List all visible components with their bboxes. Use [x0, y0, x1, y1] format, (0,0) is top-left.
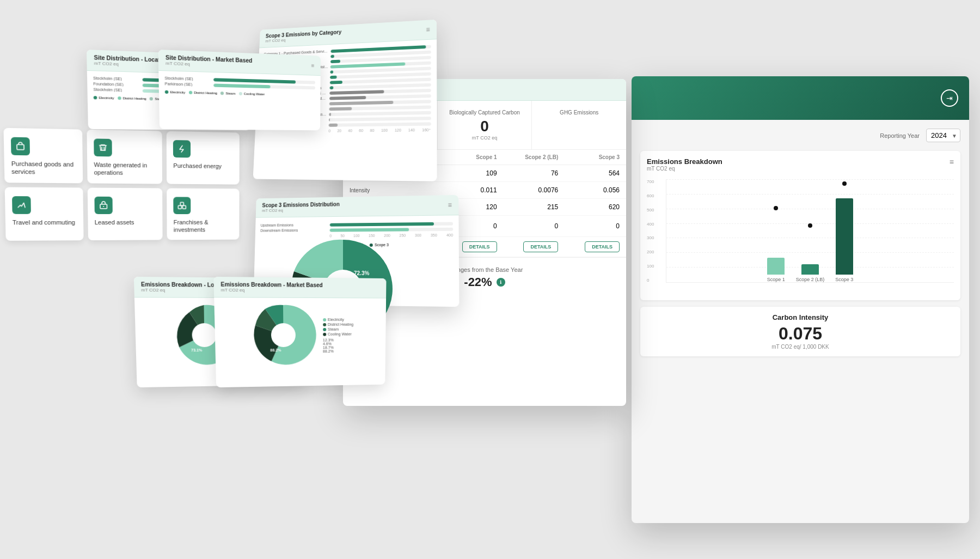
scope2-intensity: 0.0076 — [504, 182, 565, 199]
cat-icon-energy — [173, 140, 191, 157]
mkt-elec-label: Electricity — [170, 90, 186, 94]
details-btn-scope1[interactable]: DETAILS — [462, 241, 497, 252]
scope1-dot — [774, 206, 778, 210]
downstream-track — [330, 227, 454, 232]
chart-menu-icon[interactable]: ≡ — [950, 157, 954, 166]
biocapture-unit: mT CO2 eq — [446, 135, 523, 141]
scope2-dot — [808, 223, 812, 228]
svg-rect-3 — [179, 205, 182, 209]
cat-bar-track — [329, 111, 431, 116]
carbon-intensity-title: Carbon Intensity — [647, 313, 954, 321]
cat-bar-track — [329, 122, 431, 126]
ghg-label: GHG Emissions — [541, 110, 617, 116]
logout-button[interactable]: ⇥ — [941, 89, 958, 107]
legend-electricity: Electricity — [94, 96, 114, 100]
mkt-legend-elec: Electricity — [165, 90, 185, 94]
mkt-elec-dot2 — [323, 318, 326, 321]
pie-panel-market: Emissions Breakdown - Market Based mT CO… — [213, 277, 386, 387]
details-btn-scope3[interactable]: DETAILS — [585, 241, 620, 252]
col-scope3: Scope 3 — [565, 150, 626, 165]
scope3-dist-header: Scope 3 Emissions Distribution mT CO2 eq… — [256, 195, 459, 218]
y-label-300: 300 — [647, 235, 654, 240]
mkt-legend-district: District Heating — [189, 91, 217, 95]
mkt-district-label: District Heating — [194, 91, 217, 95]
cat-bar-fill — [329, 96, 366, 100]
col-scope2: Scope 2 (LB) — [504, 150, 565, 165]
scene: ⇥ Reporting Year 2024 2023 2022 ▼ — [0, 0, 980, 559]
cat-bar-fill — [330, 80, 342, 84]
y-label-400: 400 — [647, 222, 654, 227]
cat-card-waste[interactable]: Waste generated in operations — [87, 130, 162, 184]
dist-x-400: 400 — [446, 233, 453, 237]
x-axis-40: 40 — [348, 129, 352, 133]
cat-card-travel[interactable]: Travel and commuting — [5, 187, 84, 241]
upstream-row: Upstream Emissions — [261, 222, 454, 227]
legend-district: District Heating — [118, 96, 146, 100]
emissions-breakdown-subtitle: mT CO2 eq — [647, 166, 722, 172]
mkt-bar-fill-2 — [213, 83, 271, 88]
cat-label-leased: Leased assets — [95, 218, 156, 226]
pie-mkt-subtitle: mT CO2 eq — [221, 288, 323, 293]
cat-bar-fill — [329, 107, 352, 111]
details-btn-scope2-cell: DETAILS — [504, 237, 565, 257]
cat-icon-waste — [94, 138, 112, 156]
site-bar-label-3: Stockholm (SE) — [93, 87, 140, 92]
y-label-700: 700 — [647, 179, 654, 184]
cat-bar-track — [329, 94, 431, 100]
carbon-intensity-value: 0.075 — [647, 324, 954, 344]
y-label-0: 0 — [647, 278, 654, 283]
steam-dot — [150, 97, 153, 100]
dashboard-body: Reporting Year 2024 2023 2022 ▼ Emission… — [632, 120, 969, 365]
mkt-elec-label2: Electricity — [328, 318, 344, 321]
cat-bar-fill — [329, 113, 331, 116]
site-dist-mkt-menu[interactable]: ≡ — [311, 62, 315, 68]
mkt-elec-dot — [165, 90, 169, 94]
cat-card-franchise[interactable]: Franchises & investments — [167, 188, 240, 240]
emissions-breakdown-title: Emissions Breakdown — [647, 157, 722, 166]
cat-icon-shopping — [11, 137, 30, 156]
cat-label-energy: Purchased energy — [173, 162, 233, 170]
reporting-year-section: Reporting Year 2024 2023 2022 ▼ — [640, 129, 960, 142]
year-select[interactable]: 2024 2023 2022 — [926, 129, 960, 142]
upstream-track — [330, 222, 453, 226]
carbon-intensity-panel: Carbon Intensity 0.075 mT CO2 eq/ 1,000 … — [640, 307, 960, 356]
scope3-intensity: 0.056 — [565, 182, 626, 199]
ghg-metric: GHG Emissions — [532, 101, 626, 149]
x-axis-140: 140 — [408, 128, 415, 132]
x-axis-20: 20 — [337, 129, 341, 133]
details-btn-scope2[interactable]: DETAILS — [523, 241, 558, 252]
changes-info-icon[interactable]: ℹ — [497, 278, 505, 287]
y-label-600: 600 — [647, 193, 654, 198]
downstream-label: Downstream Emissions — [260, 228, 327, 233]
biocapture-metric: Biologically Captured Carbon 0 mT CO2 eq — [438, 101, 532, 149]
cat-bar-fill — [330, 86, 334, 89]
cat-card-energy[interactable]: Purchased energy — [167, 131, 240, 184]
scope3-dist-subtitle: mT CO2 eq — [262, 207, 340, 213]
cat-label-franchise: Franchises & investments — [174, 218, 233, 233]
x-axis-60: 60 — [359, 129, 363, 133]
cat-icon-leased — [94, 196, 112, 214]
mkt-leg-district: District Heating — [323, 323, 353, 326]
cat-card-purchased[interactable]: Purchased goods and services — [3, 128, 82, 183]
scope3-bar — [836, 198, 853, 275]
svg-rect-0 — [17, 144, 24, 150]
chart-panel-header: Emissions Breakdown mT CO2 eq ≡ — [647, 157, 954, 172]
scope3-dist-menu[interactable]: ≡ — [448, 201, 452, 209]
cat-card-leased[interactable]: Leased assets — [87, 187, 163, 240]
cat-icon-franchise — [174, 197, 191, 214]
carbon-intensity-unit: mT CO2 eq/ 1,000 DKK — [647, 344, 954, 350]
pie-mkt-header: Emissions Breakdown - Market Based mT CO… — [213, 277, 386, 299]
mkt-bar-fill-1 — [213, 78, 296, 83]
elec-label: Electricity — [99, 96, 114, 100]
mkt-pct-4: 88.2% — [323, 349, 353, 353]
scope3-dot — [842, 181, 847, 186]
cat-icon-travel — [12, 196, 31, 214]
y-label-200: 200 — [647, 250, 654, 254]
mkt-steam-label: Steam — [226, 92, 236, 95]
cat-label-purchased: Purchased goods and services — [11, 160, 76, 177]
scope3-cat-menu[interactable]: ≡ — [426, 26, 430, 33]
pie-label-72: 72.3% — [354, 270, 369, 276]
mkt-cooling-dot2 — [323, 332, 326, 336]
scope2-bar — [801, 264, 819, 275]
dist-x-300: 300 — [415, 233, 421, 237]
